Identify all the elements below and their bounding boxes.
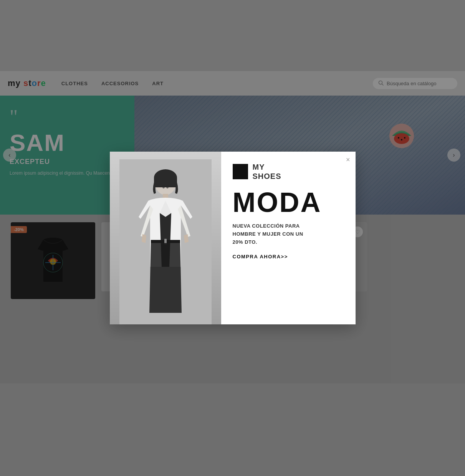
modal-description: NUEVA COLECCIÓN PARA HOMBRE Y MUJER CON … [233,222,344,246]
brand-name-line1: MY [253,162,281,172]
svg-point-18 [162,185,165,188]
svg-point-19 [166,185,169,188]
modal-main-title: MODA [233,188,344,216]
brand-name-line2: SHOES [253,172,281,181]
modal-overlay[interactable]: × [0,0,465,476]
fashion-model-image [119,159,212,324]
modal-image-section [110,152,221,324]
brand-name-text: MY SHOES [253,162,281,181]
modal-content-section: MY SHOES MODA NUEVA COLECCIÓN PARA HOMBR… [221,152,356,324]
brand-logo-square [233,164,248,179]
modal-cta-button[interactable]: COMPRA AHORA>> [233,254,344,259]
modal-dialog: × [110,152,356,324]
modal-fashion-image [110,152,221,324]
modal-brand: MY SHOES [233,162,344,181]
modal-close-button[interactable]: × [346,156,350,163]
svg-rect-17 [154,178,177,187]
